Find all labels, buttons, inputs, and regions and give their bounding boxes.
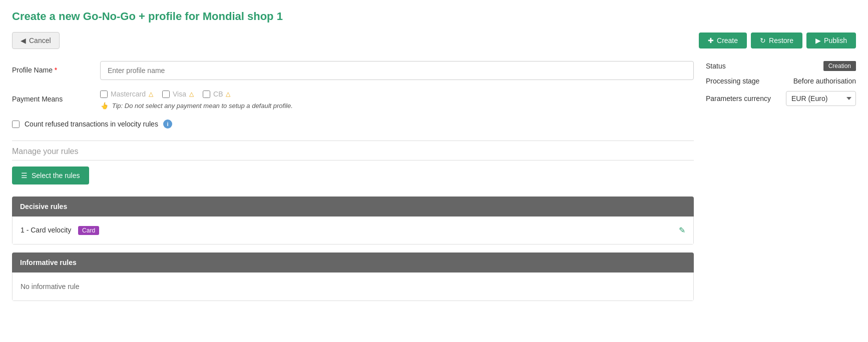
cb-warn-icon: △	[226, 90, 230, 98]
informative-rules-header: Informative rules	[12, 252, 694, 272]
mastercard-warn-icon: △	[149, 90, 153, 98]
table-row: 1 - Card velocity Card ✎	[21, 222, 685, 238]
informative-rules-section: Informative rules No informative rule	[12, 252, 694, 301]
rule-title: Card velocity	[31, 226, 71, 234]
visa-item: Visa △	[162, 90, 194, 98]
mastercard-label: Mastercard	[111, 90, 146, 98]
info-icon[interactable]: i	[163, 120, 172, 128]
parameters-currency-label: Parameters currency	[706, 94, 771, 102]
divider	[12, 140, 694, 141]
mastercard-item: Mastercard △	[100, 90, 153, 98]
toolbar-right: ✚ Create ↻ Restore ▶ Publish	[699, 32, 856, 48]
velocity-checkbox[interactable]	[12, 120, 20, 128]
rule-number: 1 -	[21, 226, 31, 234]
status-row: Status Creation	[706, 61, 856, 71]
back-arrow-icon: ◀	[21, 36, 26, 44]
decisive-rules-header: Decisive rules	[12, 196, 694, 216]
currency-row: Parameters currency EUR (Euro) USD (Doll…	[706, 91, 856, 106]
decisive-rules-section: Decisive rules 1 - Card velocity Card ✎	[12, 196, 694, 244]
cb-label: CB	[213, 90, 223, 98]
cb-checkbox[interactable]	[203, 90, 210, 98]
visa-warn-icon: △	[189, 90, 194, 98]
payment-checkboxes: Mastercard △ Visa △ CB △	[100, 90, 694, 98]
payment-means-area: Mastercard △ Visa △ CB △ 👆	[100, 90, 694, 110]
publish-button[interactable]: ▶ Publish	[806, 32, 856, 48]
payment-tip: 👆 Tip: Do not select any payment mean to…	[100, 102, 694, 110]
create-button[interactable]: ✚ Create	[699, 32, 747, 48]
profile-name-input-area	[100, 61, 694, 80]
create-icon: ✚	[708, 36, 714, 44]
velocity-label: Count refused transactions in velocity r…	[25, 120, 158, 128]
main-layout: Profile Name * Payment Means Mastercard …	[12, 61, 856, 309]
rule-badge: Card	[78, 226, 99, 235]
manage-rules-title: Manage your rules	[12, 147, 694, 160]
processing-stage-row: Processing stage Before authorisation	[706, 77, 856, 85]
profile-name-input[interactable]	[100, 61, 694, 80]
visa-label: Visa	[173, 90, 186, 98]
cancel-button[interactable]: ◀ Cancel	[12, 32, 60, 49]
no-informative-rule: No informative rule	[21, 278, 685, 294]
decisive-rules-body: 1 - Card velocity Card ✎	[12, 216, 694, 244]
rules-list-icon: ☰	[21, 172, 28, 180]
status-label: Status	[706, 62, 726, 70]
rule-name: 1 - Card velocity Card	[21, 226, 99, 235]
payment-means-label: Payment Means	[12, 90, 92, 103]
mastercard-checkbox[interactable]	[100, 90, 108, 98]
status-badge: Creation	[823, 61, 856, 71]
cb-item: CB △	[203, 90, 230, 98]
velocity-row: Count refused transactions in velocity r…	[12, 120, 694, 128]
required-marker: *	[55, 66, 57, 74]
visa-checkbox[interactable]	[162, 90, 170, 98]
select-rules-button[interactable]: ☰ Select the rules	[12, 166, 89, 184]
currency-select[interactable]: EUR (Euro) USD (Dollar) GBP (Pound)	[786, 91, 856, 106]
publish-label: Publish	[824, 36, 847, 44]
payment-means-row: Payment Means Mastercard △ Visa △	[12, 90, 694, 110]
informative-rules-body: No informative rule	[12, 272, 694, 301]
publish-icon: ▶	[815, 36, 821, 44]
edit-icon[interactable]: ✎	[679, 226, 685, 235]
form-area: Profile Name * Payment Means Mastercard …	[12, 61, 694, 309]
tip-icon: 👆	[100, 102, 108, 110]
select-rules-label: Select the rules	[32, 172, 80, 180]
restore-button[interactable]: ↻ Restore	[751, 32, 802, 48]
restore-label: Restore	[769, 36, 793, 44]
cancel-label: Cancel	[29, 36, 51, 44]
create-label: Create	[717, 36, 738, 44]
processing-stage-label: Processing stage	[706, 77, 759, 85]
sidebar: Status Creation Processing stage Before …	[706, 61, 856, 309]
profile-name-row: Profile Name *	[12, 61, 694, 80]
page-title: Create a new Go-No-Go + profile for Mond…	[12, 10, 856, 23]
toolbar: ◀ Cancel ✚ Create ↻ Restore ▶ Publish	[12, 32, 856, 49]
profile-name-label: Profile Name *	[12, 61, 92, 74]
restore-icon: ↻	[760, 36, 766, 44]
processing-stage-value: Before authorisation	[793, 77, 856, 85]
